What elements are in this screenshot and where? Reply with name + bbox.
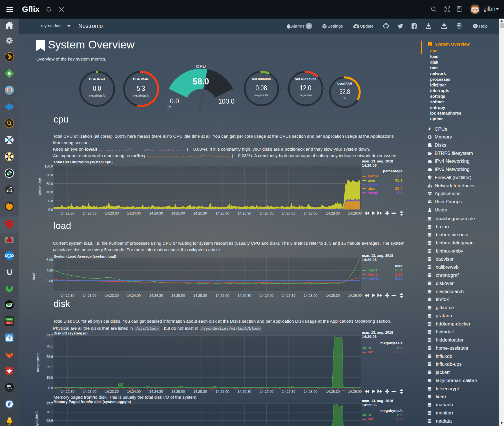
svg-text:sab: sab bbox=[7, 423, 12, 425]
svg-text:Online: Online bbox=[7, 318, 12, 320]
svg-text:librarian: librarian bbox=[7, 389, 11, 391]
svg-text:Offline: Offline bbox=[7, 322, 12, 324]
